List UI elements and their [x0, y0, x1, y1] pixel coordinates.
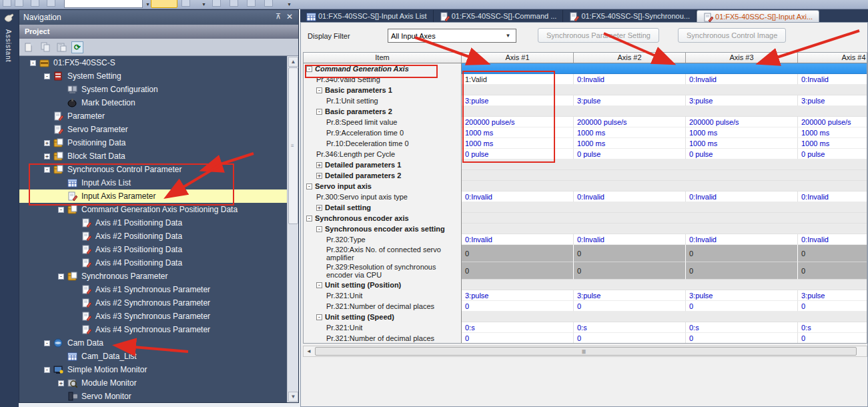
tree-item-block-start-data[interactable]: +Block Start Data	[19, 149, 288, 163]
table-row[interactable]: Pr.321:Number of decimal places0000	[304, 301, 867, 312]
collapse-icon[interactable]: -	[316, 109, 322, 115]
item-cell[interactable]: -Synchronous encoder axis setting	[304, 224, 462, 234]
collapse-icon[interactable]: -	[44, 167, 50, 173]
value-cell-axis-2[interactable]: 0:s	[574, 322, 686, 333]
value-cell-axis-4[interactable]: 3:pulse	[798, 290, 867, 301]
tree-item-input-axis-parameter[interactable]: Input Axis Parameter	[19, 189, 288, 203]
value-cell-axis-3[interactable]: 0	[686, 245, 798, 262]
tree-item-01-fx5-40ssc-s[interactable]: -01:FX5-40SSC-S	[19, 56, 288, 69]
value-cell-axis-3[interactable]: 0	[686, 301, 798, 312]
column-header-axis-4[interactable]: Axis #4	[798, 53, 867, 63]
value-cell-axis-4[interactable]: 1000 ms	[798, 127, 867, 138]
collapse-icon[interactable]: -	[44, 367, 50, 373]
scrollbar-thumb[interactable]: ⦀⦀	[315, 347, 857, 356]
paste-icon[interactable]	[55, 41, 67, 53]
table-row[interactable]: Pr.9:Acceleration time 01000 ms1000 ms10…	[304, 127, 867, 138]
value-cell-axis-3[interactable]: 0:s	[686, 322, 798, 333]
value-cell-axis-2[interactable]: 0	[574, 301, 686, 312]
toolbar-icon[interactable]	[3, 0, 11, 7]
value-cell-axis-3[interactable]: 1000 ms	[686, 138, 798, 149]
value-cell-axis-1[interactable]: 1000 ms	[462, 138, 574, 149]
value-cell-axis-4[interactable]: 0 pulse	[798, 149, 867, 159]
toolbar-icon[interactable]	[31, 0, 39, 7]
value-cell-axis-2[interactable]: 0	[574, 245, 686, 262]
table-row[interactable]: Pr.346:Length per Cycle0 pulse0 pulse0 p…	[304, 149, 867, 159]
table-row[interactable]: Pr.8:Speed limit value200000 pulse/s2000…	[304, 117, 867, 127]
display-filter-combobox[interactable]: All Input Axes ▼	[388, 29, 516, 43]
tree-item-axis-3-synchronous-parameter[interactable]: Axis #3 Synchronous Parameter	[19, 310, 288, 323]
column-header-axis-2[interactable]: Axis #2	[574, 53, 686, 63]
collapse-icon[interactable]: -	[306, 183, 312, 189]
expand-icon[interactable]: +	[316, 162, 322, 168]
synchronous-parameter-setting-button[interactable]: Synchronous Parameter Setting	[538, 28, 659, 43]
tree-item-cam-data-list[interactable]: Cam_Data_List	[19, 350, 288, 363]
value-cell-axis-1[interactable]: 0	[462, 245, 574, 262]
value-cell-axis-2[interactable]: 0:Invalid	[574, 74, 686, 85]
table-row[interactable]: -Servo input axis	[304, 181, 867, 191]
item-cell[interactable]: Pr.321:Unit	[304, 322, 462, 333]
collapse-icon[interactable]: -	[316, 226, 322, 232]
toolbar-icon[interactable]	[47, 0, 55, 7]
tree-item-axis-1-synchronous-parameter[interactable]: Axis #1 Synchronous Parameter	[19, 283, 288, 296]
item-cell[interactable]: +Detail setting	[304, 202, 462, 213]
table-row[interactable]: Pr.340:Valid Setting1:Valid0:Invalid0:In…	[304, 74, 867, 85]
tree-item-axis-3-positioning-data[interactable]: Axis #3 Positioning Data	[19, 243, 288, 256]
tree-item-synchronous-parameter[interactable]: -Synchronous Parameter	[19, 270, 288, 283]
column-header-item[interactable]: Item	[304, 53, 462, 63]
table-row[interactable]: -Synchronous encoder axis	[304, 213, 867, 224]
collapse-icon[interactable]: -	[44, 340, 50, 346]
toolbar-overflow-icon[interactable]: ▾	[286, 1, 293, 8]
expand-icon[interactable]: +	[44, 153, 50, 159]
value-cell-axis-1[interactable]: 1:Valid	[462, 74, 574, 85]
item-cell[interactable]: Pr.300:Servo input axis type	[304, 191, 462, 202]
pin-icon[interactable]: ⊼	[276, 12, 281, 21]
copy-icon[interactable]	[39, 41, 51, 53]
item-cell[interactable]: Pr.321:Unit	[304, 290, 462, 301]
table-row[interactable]: -Unit setting (Position)	[304, 280, 867, 290]
value-cell-axis-2[interactable]: 200000 pulse/s	[574, 117, 686, 127]
toolbar-icon[interactable]	[230, 0, 238, 7]
item-cell[interactable]: Pr.340:Valid Setting	[304, 74, 462, 85]
collapse-icon[interactable]: -	[58, 207, 64, 213]
collapse-icon[interactable]: -	[58, 274, 64, 280]
table-row[interactable]: -Synchronous encoder axis setting	[304, 224, 867, 234]
tree-item-simple-motion-monitor[interactable]: -Simple Motion Monitor	[19, 363, 288, 376]
tree-item-axis-2-positioning-data[interactable]: Axis #2 Positioning Data	[19, 230, 288, 243]
value-cell-axis-1[interactable]: 0	[462, 262, 574, 280]
tree-item-synchronous-control-parameter[interactable]: -Synchronous Control Parameter	[19, 163, 288, 176]
table-row[interactable]: -Basic parameters 1	[304, 85, 867, 95]
tree-item-servo-parameter[interactable]: Servo Parameter	[19, 123, 288, 136]
tree-item-command-generation-axis-positioning-data[interactable]: -Command Generation Axis Positioning Dat…	[19, 203, 288, 216]
value-cell-axis-2[interactable]: 0 pulse	[574, 149, 686, 159]
table-row[interactable]: Pr.300:Servo input axis type0:Invalid0:I…	[304, 191, 867, 202]
table-row[interactable]: +Detailed parameters 2	[304, 170, 867, 181]
value-cell-axis-3[interactable]: 0:Invalid	[686, 191, 798, 202]
tree-item-axis-4-synchronous-parameter[interactable]: Axis #4 Synchronous Parameter	[19, 323, 288, 336]
value-cell-axis-4[interactable]: 0	[798, 333, 867, 344]
item-cell[interactable]: Pr.1:Unit setting	[304, 95, 462, 106]
value-cell-axis-2[interactable]: 1000 ms	[574, 138, 686, 149]
item-cell[interactable]: +Detailed parameters 2	[304, 170, 462, 181]
table-row[interactable]: Pr.321:Number of decimal places0000	[304, 333, 867, 344]
expand-icon[interactable]: +	[58, 380, 64, 386]
value-cell-axis-2[interactable]: 3:pulse	[574, 290, 686, 301]
toolbar-overflow-icon[interactable]: ▾	[200, 1, 207, 8]
expand-icon[interactable]: +	[316, 205, 322, 211]
value-cell-axis-1[interactable]: 200000 pulse/s	[462, 117, 574, 127]
value-cell-axis-4[interactable]: 200000 pulse/s	[798, 117, 867, 127]
toolbar-icon[interactable]	[247, 0, 256, 7]
value-cell-axis-4[interactable]: 0:s	[798, 322, 867, 333]
close-icon[interactable]: ✕	[286, 12, 293, 21]
navigation-scrollbar[interactable]: ▲ ≡ ▼	[287, 56, 298, 402]
value-cell-axis-2[interactable]: 1000 ms	[574, 127, 686, 138]
item-cell[interactable]: -Basic parameters 1	[304, 85, 462, 95]
collapse-icon[interactable]: -	[316, 314, 322, 320]
item-cell[interactable]: Pr.321:Number of decimal places	[304, 333, 462, 344]
value-cell-axis-3[interactable]: 0:Invalid	[686, 74, 798, 85]
item-cell[interactable]: Pr.321:Number of decimal places	[304, 301, 462, 312]
collapse-icon[interactable]: -	[316, 282, 322, 288]
column-header-axis-1[interactable]: Axis #1	[462, 53, 574, 63]
table-row[interactable]: -Basic parameters 2	[304, 106, 867, 117]
tree-item-mark-detection[interactable]: Mark Detection	[19, 96, 288, 109]
toolbar-icon[interactable]	[212, 0, 221, 7]
